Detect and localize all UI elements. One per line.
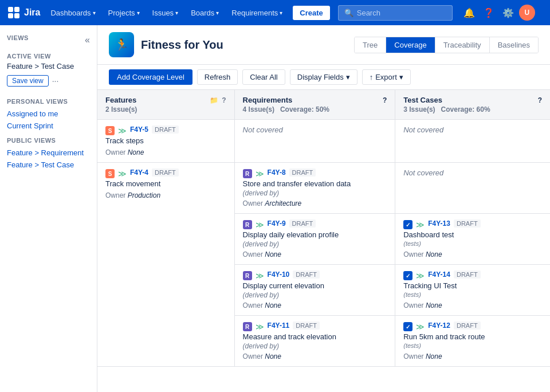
nav-boards[interactable]: Boards ▾ <box>186 6 223 19</box>
chevron-icon: ▾ <box>137 10 140 16</box>
tab-coverage[interactable]: Coverage <box>386 37 435 53</box>
tc-cell-f4y8: Not covered <box>395 163 550 214</box>
refresh-button[interactable]: Refresh <box>197 69 238 85</box>
sidebar-item-feature-requirement[interactable]: Feature > Requirement <box>7 148 90 157</box>
add-coverage-level-button[interactable]: Add Coverage Level <box>109 69 192 85</box>
issue-key-f4y9[interactable]: F4Y-9 <box>268 219 286 228</box>
nav-requirements[interactable]: Requirements ▾ <box>227 6 287 19</box>
issue-key-f4y8[interactable]: F4Y-8 <box>268 168 286 177</box>
help-icon[interactable]: ? <box>383 96 387 104</box>
expand-icon[interactable]: ≫ <box>118 169 127 178</box>
toolbar: Add Coverage Level Refresh Clear All Dis… <box>97 65 550 90</box>
help-icon[interactable]: ? <box>222 96 226 104</box>
personal-views-label: PERSONAL VIEWS <box>7 98 90 105</box>
issue-name-f4y14: Tracking UI Test <box>403 281 542 290</box>
public-views-label: PUBLIC VIEWS <box>7 137 90 144</box>
issue-key-f4y11[interactable]: F4Y-11 <box>268 322 290 330</box>
expand-icon[interactable]: ≫ <box>256 220 264 229</box>
search-input[interactable] <box>357 9 446 17</box>
svg-rect-0 <box>8 7 13 12</box>
display-fields-button[interactable]: Display Fields ▾ <box>290 69 358 85</box>
settings-icon[interactable]: ⚙️ <box>500 4 517 21</box>
testcases-cell-f4y5: Not covered <box>395 120 550 163</box>
expand-icon[interactable]: ≫ <box>256 322 264 331</box>
tab-baselines[interactable]: Baselines <box>490 37 538 53</box>
story-icon: S <box>105 169 115 178</box>
views-label: VIEWS <box>7 34 29 41</box>
feature-cell-f4y4: S ≫ F4Y-4 DRAFT Track movement Owner Pro… <box>97 163 234 367</box>
issue-key-f4y12[interactable]: F4Y-12 <box>428 322 450 330</box>
clear-all-button[interactable]: Clear All <box>242 69 285 85</box>
chevron-icon: ▾ <box>175 10 178 16</box>
sidebar-item-assigned-to-me[interactable]: Assigned to me <box>7 109 90 118</box>
issue-owner-f4y12: Owner None <box>403 352 542 360</box>
search-bar[interactable]: 🔍 <box>338 5 453 21</box>
testcases-count: 3 Issue(s) Coverage: 60% <box>403 105 542 113</box>
issue-draft-badge: DRAFT <box>152 126 179 134</box>
table-row: S ≫ F4Y-5 DRAFT Track steps Owner None N… <box>97 120 550 163</box>
not-covered-label: Not covered <box>403 126 443 134</box>
issue-name-f4y11: Measure and track elevation <box>243 332 387 341</box>
coverage-table: Features 📁 ? 2 Issue(s) Requirements <box>97 90 550 367</box>
collapse-sidebar-button[interactable]: « <box>85 35 90 45</box>
chevron-icon: ▾ <box>280 10 282 16</box>
req-cell-f4y10: R ≫ F4Y-10 DRAFT Display current elevati… <box>234 265 395 316</box>
issue-name-f4y5: Track steps <box>105 136 226 145</box>
expand-icon[interactable]: ≫ <box>416 220 425 229</box>
tab-traceability[interactable]: Traceability <box>435 37 490 53</box>
requirements-col-title: Requirements <box>243 96 293 104</box>
issue-name-f4y13: Dashboard test <box>403 230 542 239</box>
user-avatar[interactable]: U <box>519 5 535 21</box>
req-icon: R <box>243 220 252 229</box>
expand-icon[interactable]: ≫ <box>118 126 127 135</box>
expand-icon[interactable]: ≫ <box>256 169 264 178</box>
tab-tree[interactable]: Tree <box>355 37 386 53</box>
expand-icon[interactable]: ≫ <box>416 322 425 331</box>
project-header: 🏃 Fitness for You Tree Coverage Traceabi… <box>97 25 550 65</box>
coverage-table-container: Features 📁 ? 2 Issue(s) Requirements <box>97 90 550 392</box>
table-header-row: Features 📁 ? 2 Issue(s) Requirements <box>97 90 550 120</box>
sidebar-item-current-sprint[interactable]: Current Sprint <box>7 121 90 130</box>
save-view-row: Save view ··· <box>7 75 90 87</box>
expand-icon[interactable]: ≫ <box>416 271 425 280</box>
nav-issues[interactable]: Issues ▾ <box>148 6 183 19</box>
req-cell-f4y11: R ≫ F4Y-11 DRAFT Measure and track eleva… <box>234 316 395 367</box>
tests-label: (tests) <box>403 240 542 247</box>
issue-key-f4y14[interactable]: F4Y-14 <box>428 271 450 279</box>
issue-owner-f4y13: Owner None <box>403 250 542 258</box>
derived-label: (derived by) <box>243 342 387 350</box>
nav-projects[interactable]: Projects ▾ <box>104 6 144 19</box>
nav-logo[interactable]: Jira <box>7 6 40 19</box>
test-icon: ✓ <box>403 220 412 229</box>
chevron-icon: ▾ <box>216 10 219 16</box>
search-icon: 🔍 <box>344 9 353 17</box>
derived-label: (derived by) <box>243 291 387 299</box>
nav-icons: 🔔 ❓ ⚙️ U <box>461 4 535 21</box>
more-options-button[interactable]: ··· <box>52 76 59 85</box>
export-icon: ↑ <box>370 73 374 81</box>
save-view-button[interactable]: Save view <box>7 75 49 87</box>
logo-text: Jira <box>24 7 40 18</box>
help-icon[interactable]: ? <box>538 96 542 104</box>
tests-label: (tests) <box>403 342 542 349</box>
nav-dashboards[interactable]: Dashboards ▾ <box>46 6 100 19</box>
column-header-features: Features 📁 ? 2 Issue(s) <box>97 90 234 120</box>
help-icon[interactable]: ❓ <box>480 4 497 21</box>
issue-key-f4y13[interactable]: F4Y-13 <box>428 219 450 228</box>
main-content: 🏃 Fitness for You Tree Coverage Traceabi… <box>97 25 550 392</box>
expand-icon[interactable]: ≫ <box>256 271 264 280</box>
notification-icon[interactable]: 🔔 <box>461 4 478 21</box>
not-covered-label: Not covered <box>403 168 443 177</box>
folder-icon[interactable]: 📁 <box>210 96 218 104</box>
issue-owner-f4y11: Owner None <box>243 352 387 360</box>
issue-key-f4y5[interactable]: F4Y-5 <box>130 126 148 134</box>
issue-key-f4y10[interactable]: F4Y-10 <box>268 271 290 279</box>
derived-label: (derived by) <box>243 240 387 248</box>
create-button[interactable]: Create <box>293 6 329 20</box>
sidebar-item-feature-testcase[interactable]: Feature > Test Case <box>7 160 90 169</box>
export-button[interactable]: ↑ Export ▾ <box>362 69 411 85</box>
req-cell-f4y8: R ≫ F4Y-8 DRAFT Store and transfer eleva… <box>234 163 395 214</box>
issue-name-f4y9: Display daily elevation profile <box>243 230 387 239</box>
chevron-icon: ▾ <box>93 10 96 16</box>
issue-key-f4y4[interactable]: F4Y-4 <box>130 168 148 177</box>
